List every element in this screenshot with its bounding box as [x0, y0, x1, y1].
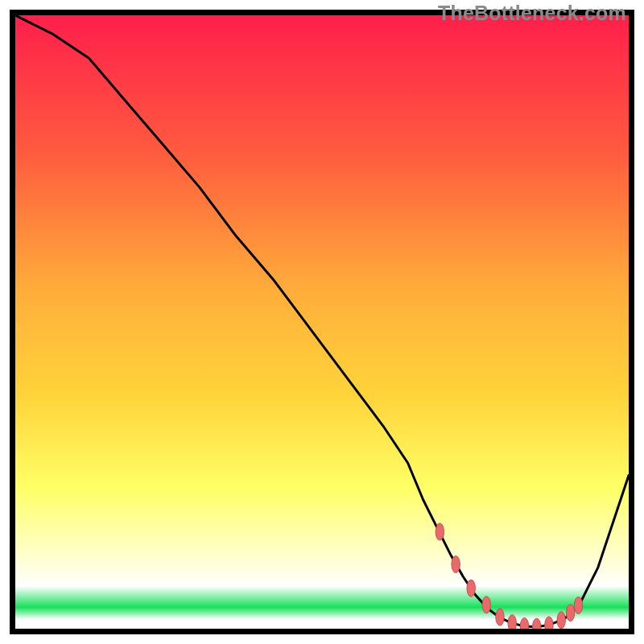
optimum-marker: [436, 523, 444, 540]
gradient-background: [15, 15, 629, 629]
optimum-marker: [467, 580, 475, 597]
optimum-marker: [508, 615, 516, 629]
plot-area: [15, 15, 629, 629]
chart-border-right: [629, 10, 634, 634]
optimum-marker: [482, 597, 490, 613]
optimum-marker: [574, 597, 582, 614]
optimum-marker: [496, 609, 504, 625]
chart-border-left: [10, 10, 15, 634]
chart-svg: [15, 15, 629, 629]
optimum-marker: [452, 555, 460, 572]
optimum-marker: [557, 612, 565, 629]
optimum-marker: [520, 617, 528, 629]
optimum-marker: [566, 605, 574, 621]
chart-border-bottom: [10, 629, 634, 634]
optimum-marker: [545, 617, 553, 629]
watermark-text: TheBottleneck.com: [438, 2, 626, 25]
chart-container: TheBottleneck.com: [0, 0, 644, 644]
